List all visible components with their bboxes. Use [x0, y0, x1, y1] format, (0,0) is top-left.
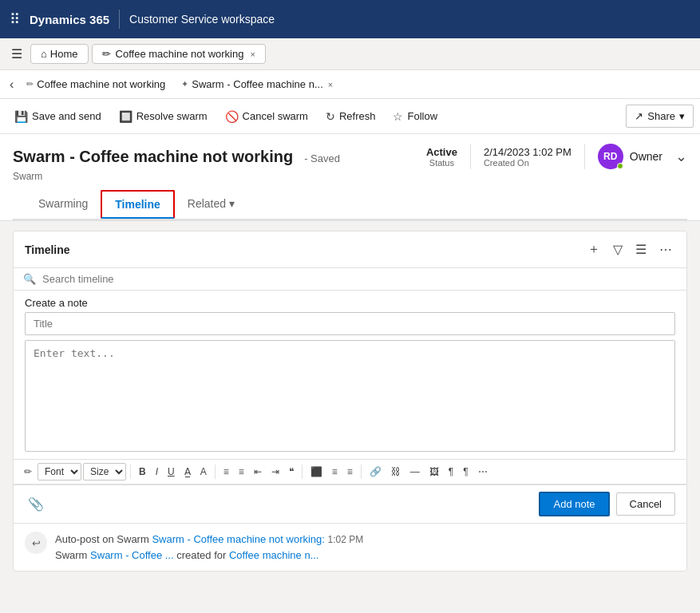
rte-unlink-button[interactable]: ⛓ — [387, 464, 405, 480]
refresh-label: Refresh — [339, 110, 376, 122]
refresh-button[interactable]: ↻ Refresh — [318, 105, 384, 128]
rte-underline-button[interactable]: U — [164, 464, 179, 480]
rte-outdent-button[interactable]: ⇤ — [250, 464, 266, 480]
resolve-swarm-button[interactable]: 🔲 Resolve swarm — [111, 105, 216, 128]
more-timeline-button[interactable]: ⋯ — [656, 240, 675, 259]
record-saved-status: - Saved — [304, 152, 340, 164]
share-button[interactable]: ↗ Share ▾ — [626, 105, 694, 128]
rte-indent-button[interactable]: ⇥ — [267, 464, 283, 480]
share-chevron-icon: ▾ — [679, 110, 685, 122]
avatar: RD — [598, 144, 623, 169]
search-icon: 🔍 — [23, 273, 36, 285]
app-name: Customer Service workspace — [129, 13, 275, 26]
rte-bold-button[interactable]: B — [135, 464, 150, 480]
auto-post-case-link[interactable]: Coffee machine n... — [229, 549, 319, 561]
rte-toolbar: ✏ Font Size B I U A̲ A ≡ ≡ ⇤ ⇥ ❝ ⬛ ≡ ≡ 🔗 — [14, 459, 686, 484]
save-icon: 💾 — [14, 110, 28, 123]
note-title-input[interactable] — [25, 312, 675, 335]
auto-post-line2-text: created for — [176, 549, 229, 561]
tab-close-icon[interactable]: × — [250, 49, 255, 59]
tab-home[interactable]: ⌂ Home — [30, 44, 89, 64]
app-logo: Dynamics 365 — [30, 13, 109, 26]
meta-divider2 — [584, 144, 585, 169]
cancel-swarm-label: Cancel swarm — [243, 110, 308, 122]
toolbar: 💾 Save and send 🔲 Resolve swarm 🚫 Cancel… — [0, 99, 700, 134]
follow-label: Follow — [407, 110, 437, 122]
auto-post-swarm-link2[interactable]: Swarm - Coffee ... — [90, 549, 174, 561]
rte-divider2 — [215, 465, 216, 479]
date-label: Created On — [484, 158, 571, 168]
related-label: Related — [188, 197, 226, 210]
font-select[interactable]: Font — [38, 463, 81, 481]
grid-icon[interactable]: ⠿ — [10, 10, 20, 28]
search-input[interactable] — [42, 273, 677, 285]
sub-tab-case[interactable]: ✏ Coffee machine not working — [20, 75, 172, 93]
sub-tab-bar: ‹ ✏ Coffee machine not working ✦ Swarm -… — [0, 70, 700, 99]
rte-align-center-button[interactable]: ≡ — [328, 464, 342, 480]
cancel-swarm-button[interactable]: 🚫 Cancel swarm — [217, 105, 316, 128]
add-note-button[interactable]: Add note — [539, 492, 609, 516]
owner-block: RD Owner — [598, 144, 662, 169]
rte-link-button[interactable]: 🔗 — [366, 464, 386, 480]
expand-button[interactable]: ⌄ — [675, 148, 687, 165]
date-block: 2/14/2023 1:02 PM Created On — [484, 146, 571, 168]
note-body-input[interactable] — [25, 340, 675, 452]
rte-numlist-button[interactable]: ≡ — [235, 464, 248, 480]
rte-divider4 — [361, 465, 362, 479]
nav-tabs: Swarming Timeline Related ▾ — [13, 188, 687, 220]
rte-image-button[interactable]: 🖼 — [425, 464, 443, 480]
note-actions: 📎 Add note Cancel — [14, 484, 686, 523]
cancel-note-button[interactable]: Cancel — [616, 492, 675, 516]
status-block: Active Status — [426, 146, 457, 168]
sub-tab-close-icon[interactable]: × — [328, 80, 333, 89]
rte-more-button[interactable]: ⋯ — [474, 464, 492, 480]
tab-coffee-machine[interactable]: ✏ Coffee machine not working × — [92, 44, 266, 64]
rte-quote-button[interactable]: ❝ — [285, 464, 298, 480]
tab-bar: ☰ ⌂ Home ✏ Coffee machine not working × — [0, 38, 700, 70]
star-icon: ☆ — [393, 110, 403, 123]
sort-timeline-button[interactable]: ☰ — [632, 240, 650, 259]
follow-button[interactable]: ☆ Follow — [385, 105, 445, 128]
avatar-initials: RD — [603, 151, 617, 162]
rte-align-right-button[interactable]: ≡ — [343, 464, 357, 480]
status-label: Status — [429, 158, 454, 168]
tab-related[interactable]: Related ▾ — [175, 191, 247, 218]
rte-list-button[interactable]: ≡ — [219, 464, 233, 480]
rte-italic-button[interactable]: I — [152, 464, 162, 480]
filter-timeline-button[interactable]: ▽ — [610, 240, 626, 259]
rte-align-left-button[interactable]: ⬛ — [306, 464, 326, 480]
owner-label: Owner — [630, 150, 662, 163]
nav-divider — [119, 10, 120, 29]
share-label: Share — [647, 110, 675, 122]
rte-fontcolor-button[interactable]: A — [196, 464, 211, 480]
tab-timeline[interactable]: Timeline — [101, 190, 175, 219]
tab-home-label: Home — [50, 48, 78, 60]
attach-button[interactable]: 📎 — [25, 493, 47, 515]
add-timeline-button[interactable]: ＋ — [584, 239, 603, 259]
timeline-search: 🔍 — [14, 268, 686, 291]
record-meta: Active Status 2/14/2023 1:02 PM Created … — [426, 144, 687, 169]
refresh-icon: ↻ — [326, 110, 335, 123]
rte-highlight-button[interactable]: A̲ — [180, 464, 195, 480]
record-title: Swarm - Coffee machine not working — [13, 148, 293, 166]
save-send-button[interactable]: 💾 Save and send — [6, 105, 109, 128]
record-header: Swarm - Coffee machine not working - Sav… — [0, 134, 700, 221]
auto-post-swarm-link[interactable]: Swarm - Coffee machine not working: — [152, 533, 325, 545]
related-chevron-icon: ▾ — [229, 197, 235, 210]
main-content: Timeline ＋ ▽ ☰ ⋯ 🔍 Create a note ✏ Font … — [0, 221, 700, 581]
size-select[interactable]: Size — [83, 463, 126, 481]
rte-pencil-button[interactable]: ✏ — [20, 464, 36, 480]
auto-post-time: 1:02 PM — [328, 534, 364, 545]
sub-tab-swarm-label: Swarm - Coffee machine n... — [192, 78, 323, 90]
save-send-label: Save and send — [32, 110, 101, 122]
rte-divider3 — [302, 465, 303, 479]
rte-rtl-button[interactable]: ¶ — [459, 464, 472, 480]
rte-divider1 — [130, 465, 131, 479]
hamburger-icon[interactable]: ☰ — [6, 42, 27, 66]
rte-paragraph-button[interactable]: ¶ — [445, 464, 457, 480]
rte-hr-button[interactable]: — — [406, 464, 424, 480]
auto-post-prefix: Auto-post on Swarm — [55, 533, 149, 545]
sub-tab-swarm[interactable]: ✦ Swarm - Coffee machine n... × — [175, 75, 339, 93]
back-button[interactable]: ‹ — [6, 74, 17, 95]
tab-swarming[interactable]: Swarming — [26, 191, 101, 218]
